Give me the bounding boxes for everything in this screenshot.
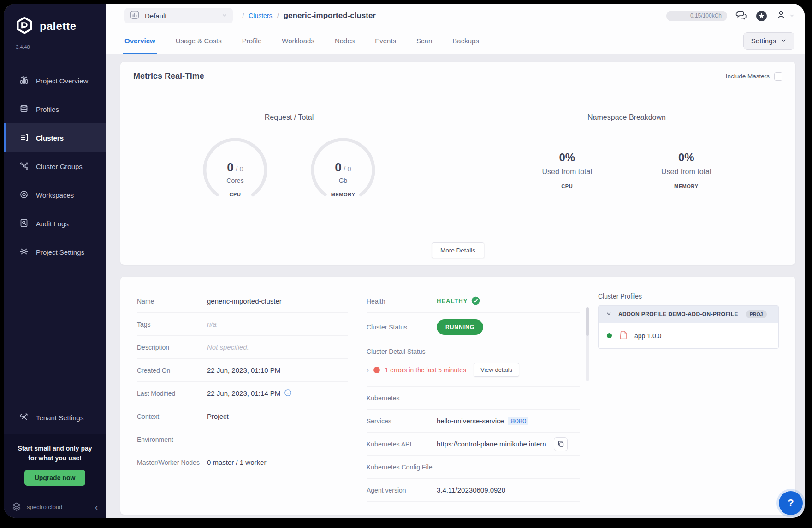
- metrics-title: Metrics Real-Time: [133, 71, 204, 81]
- namespace-breakdown-title: Namespace Breakdown: [587, 113, 666, 122]
- sidebar-item-clusters[interactable]: Clusters: [4, 123, 106, 152]
- metrics-card: Metrics Real-Time Include Masters Reques…: [120, 62, 795, 265]
- palette-logo-icon: [15, 16, 34, 37]
- sidebar-item-audit-logs[interactable]: Audit Logs: [4, 209, 106, 238]
- detail-row-kubeconfig: Kubernetes Config File –: [367, 456, 580, 479]
- usage-badge: 0.15/100kCh: [666, 11, 727, 21]
- app-version: 3.4.48: [4, 44, 106, 50]
- breadcrumb: / Clusters / generic-imported-cluster: [242, 11, 376, 20]
- settings-button[interactable]: Settings: [743, 32, 794, 50]
- chevron-down-icon: [781, 37, 787, 45]
- sidebar-item-project-settings[interactable]: Project Settings: [4, 238, 106, 266]
- gauges: 0 / 0 Cores CPU 0 / 0 Gb MEMORY: [201, 135, 378, 205]
- detail-row-nodes: Master/Worker Nodes 0 master / 1 worker: [137, 451, 348, 474]
- user-menu[interactable]: [776, 9, 794, 22]
- include-masters-label: Include Masters: [726, 73, 770, 80]
- detail-row-kubernetes: Kubernetes –: [367, 387, 580, 410]
- tools-icon: [19, 412, 29, 423]
- tab-bar: Overview Usage & Costs Profile Workloads…: [106, 28, 805, 54]
- view-details-button[interactable]: View details: [474, 363, 519, 377]
- sidebar-item-project-overview[interactable]: Project Overview: [4, 66, 106, 95]
- detail-row-kubernetes-api: Kubernetes API https://control-plane.min…: [367, 433, 580, 456]
- sidebar-item-label: Cluster Groups: [36, 163, 83, 170]
- sidebar-item-label: Tenant Settings: [36, 414, 83, 422]
- cluster-detail-status: Cluster Detail Status › 1 errors in the …: [367, 341, 580, 387]
- orbit-icon: [19, 190, 29, 200]
- sidebar-item-profiles[interactable]: Profiles: [4, 95, 106, 123]
- promo-text: Start small and only pay for what you us…: [10, 444, 100, 463]
- app-window: palette 3.4.48 Project Overview Profiles…: [4, 4, 805, 518]
- chevron-down-icon: [606, 310, 612, 318]
- cpu-gauge-unit: Cores: [201, 177, 270, 184]
- details-left-column: Name generic-imported-cluster Tags n/a D…: [137, 290, 348, 502]
- sidebar-item-cluster-groups[interactable]: Cluster Groups: [4, 152, 106, 181]
- chevron-right-icon[interactable]: ›: [367, 366, 369, 374]
- cluster-details-card: Name generic-imported-cluster Tags n/a D…: [120, 277, 795, 515]
- detail-row-name: Name generic-imported-cluster: [137, 290, 348, 313]
- help-button[interactable]: ?: [779, 491, 803, 515]
- star-circle-icon[interactable]: [756, 10, 767, 22]
- sidebar-item-tenant-settings[interactable]: Tenant Settings: [4, 403, 106, 432]
- tab-profile[interactable]: Profile: [242, 28, 262, 54]
- project-selector-value: Default: [145, 12, 216, 20]
- info-icon[interactable]: [284, 389, 292, 398]
- detail-row-created-on: Created On 22 Jun, 2023, 01:10 PM: [137, 359, 348, 382]
- gear-icon: [19, 247, 29, 258]
- tab-events[interactable]: Events: [375, 28, 396, 54]
- upgrade-now-button[interactable]: Upgrade now: [24, 470, 86, 486]
- scrollbar[interactable]: [586, 307, 589, 381]
- scrollbar-thumb[interactable]: [586, 307, 589, 336]
- tab-backups[interactable]: Backups: [452, 28, 479, 54]
- cpu-gauge-metric: CPU: [201, 192, 270, 197]
- tabs: Overview Usage & Costs Profile Workloads…: [124, 28, 479, 54]
- detail-row-cluster-status: Cluster Status RUNNING: [367, 313, 580, 341]
- bar-chart-icon: [19, 76, 29, 86]
- copy-icon[interactable]: [554, 437, 568, 451]
- chevron-down-icon: [222, 12, 227, 20]
- main-area: Default / Clusters / generic-imported-cl…: [106, 4, 805, 518]
- cluster-profile-header[interactable]: ADDON PROFILE DEMO-ADD-ON-PROFILE PROJ: [599, 306, 778, 323]
- upgrade-promo: Start small and only pay for what you us…: [4, 434, 106, 496]
- chevron-down-icon: [789, 12, 794, 20]
- tab-scan[interactable]: Scan: [416, 28, 432, 54]
- service-port-link[interactable]: :8080: [508, 417, 528, 425]
- vertical-divider: [458, 91, 458, 265]
- breadcrumb-separator: /: [277, 12, 279, 20]
- spectro-cloud-logo-icon: [11, 501, 22, 514]
- collapse-sidebar-icon[interactable]: ‹: [95, 503, 98, 511]
- doc-search-icon: [19, 218, 29, 229]
- detail-row-context: Context Project: [137, 405, 348, 428]
- sidebar-item-label: Project Settings: [36, 248, 84, 256]
- breadcrumb-clusters-link[interactable]: Clusters: [249, 12, 272, 19]
- project-selector[interactable]: Default: [124, 8, 233, 23]
- chat-icon[interactable]: [735, 10, 747, 22]
- sidebar-item-label: Clusters: [36, 134, 64, 142]
- include-masters-checkbox[interactable]: [774, 72, 782, 81]
- tab-usage-costs[interactable]: Usage & Costs: [176, 28, 222, 54]
- detail-row-tags: Tags n/a: [137, 313, 348, 336]
- tab-nodes[interactable]: Nodes: [335, 28, 355, 54]
- network-icon: [19, 161, 29, 172]
- pack-name: app 1.0.0: [634, 332, 661, 340]
- request-total-section: Request / Total 0 / 0 Cores CPU 0 / 0: [120, 91, 458, 265]
- brand-name: palette: [40, 20, 76, 33]
- manifest-icon: [619, 330, 627, 341]
- detail-row-agent-version: Agent version 3.4.11/20230609.0920: [367, 479, 580, 502]
- footer-brand: spectro cloud: [27, 504, 90, 510]
- details-middle-column: Health HEALTHY Cluster Status RUNNING Cl…: [367, 290, 580, 502]
- include-masters: Include Masters: [726, 72, 782, 81]
- sidebar-item-workspaces[interactable]: Workspaces: [4, 181, 106, 209]
- cluster-profile-name: ADDON PROFILE DEMO-ADD-ON-PROFILE: [618, 311, 738, 317]
- metrics-header: Metrics Real-Time Include Masters: [120, 62, 795, 91]
- sidebar-nav: Project Overview Profiles Clusters Clust…: [4, 66, 106, 266]
- more-details-button[interactable]: More Details: [432, 242, 484, 258]
- proj-badge: PROJ: [746, 310, 767, 318]
- tab-overview[interactable]: Overview: [124, 28, 155, 54]
- tab-workloads[interactable]: Workloads: [282, 28, 314, 54]
- sidebar-footer: spectro cloud ‹: [4, 496, 106, 518]
- namespace-cpu-percent: 0%: [542, 151, 592, 164]
- cluster-name-value: generic-imported-cluster: [207, 297, 282, 305]
- sidebar: palette 3.4.48 Project Overview Profiles…: [4, 4, 106, 518]
- namespace-memory-percent: 0%: [661, 151, 711, 164]
- cluster-profile-pack-row[interactable]: app 1.0.0: [599, 323, 778, 348]
